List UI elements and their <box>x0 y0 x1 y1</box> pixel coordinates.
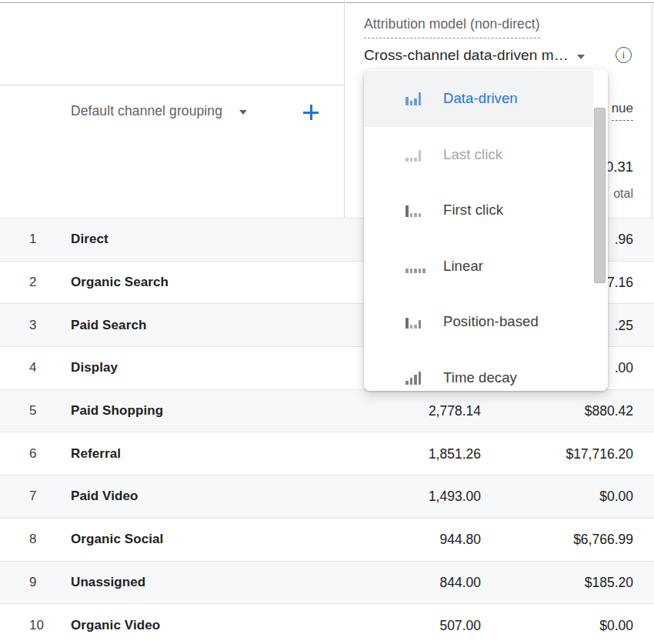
conversions-value: 844.00 <box>439 574 481 590</box>
chevron-down-icon <box>239 110 247 115</box>
conversions-value: 507.00 <box>439 617 481 633</box>
row-number: 4 <box>29 360 36 375</box>
menu-item-label: Position-based <box>443 313 539 330</box>
revenue-total-value: 0.31 <box>606 158 633 175</box>
row-number: 8 <box>29 532 36 547</box>
table-row: 7 Paid Video 1,493.00 $0.00 <box>0 475 654 518</box>
dropdown-caret-icon <box>577 55 585 59</box>
row-number: 3 <box>29 318 36 333</box>
row-number: 6 <box>29 446 36 462</box>
menu-scrollbar-thumb[interactable] <box>594 108 606 283</box>
row-number: 2 <box>29 275 36 290</box>
menu-scrollbar-track <box>593 69 608 391</box>
attribution-model-value: Cross-channel data-driven m… <box>364 47 569 64</box>
conversions-value: 1,851.26 <box>429 445 481 462</box>
linear-bars-icon <box>405 259 425 273</box>
channel-name: Organic Social <box>71 532 163 547</box>
channel-name: Referral <box>71 446 121 462</box>
table-row: 9 Unassigned 844.00 $185.20 <box>0 561 654 604</box>
row-number: 7 <box>29 489 36 504</box>
revenue-percent-of-total: otal <box>613 187 633 201</box>
info-icon[interactable]: i <box>616 47 632 63</box>
revenue-column-header[interactable]: nue <box>612 101 633 121</box>
revenue-value: $880.42 <box>585 403 633 419</box>
top-divider <box>0 2 654 3</box>
attribution-model-menu: Data-driven Last click First click Linea… <box>364 69 608 391</box>
channel-name: Display <box>71 360 118 375</box>
menu-item-label: First click <box>443 202 503 219</box>
dimension-selector-label: Default channel grouping <box>71 103 222 119</box>
row-number: 5 <box>29 403 36 419</box>
revenue-value: $6,766.99 <box>573 532 633 548</box>
channel-name: Organic Search <box>71 275 169 290</box>
dimension-selector[interactable]: Default channel grouping <box>71 103 247 119</box>
ga4-attribution-comparison-screen: Default channel grouping Attribution mod… <box>0 0 654 644</box>
menu-item-data-driven[interactable]: Data-driven <box>364 71 608 127</box>
attribution-model-select[interactable]: Cross-channel data-driven m… <box>364 47 585 64</box>
revenue-value: $185.20 <box>585 574 633 590</box>
channel-name: Direct <box>71 232 108 247</box>
menu-item-label: Data-driven <box>443 90 518 107</box>
revenue-value: .25 <box>615 317 633 333</box>
revenue-value: $17,716.20 <box>566 445 633 462</box>
conversions-value: 944.80 <box>439 532 481 548</box>
channel-name: Paid Video <box>71 489 138 504</box>
channel-name: Paid Search <box>71 318 146 333</box>
table-row: 10 Organic Video 507.00 $0.00 <box>0 603 654 644</box>
channel-name: Paid Shopping <box>71 403 163 419</box>
attribution-model-label: Attribution model (non-direct) <box>364 16 540 38</box>
row-number: 1 <box>29 232 36 247</box>
channel-name: Unassigned <box>71 575 145 590</box>
channel-name: Organic Video <box>71 618 160 633</box>
first-click-bars-icon <box>405 203 425 217</box>
last-click-bars-icon <box>405 148 425 162</box>
menu-item-label: Linear <box>443 258 483 275</box>
table-row: 6 Referral 1,851.26 $17,716.20 <box>0 432 654 475</box>
data-driven-bars-icon <box>405 92 425 105</box>
revenue-value: .00 <box>615 360 633 376</box>
table-row: 5 Paid Shopping 2,778.14 $880.42 <box>0 389 654 432</box>
header-divider <box>0 85 344 85</box>
revenue-value: 7.16 <box>607 275 633 291</box>
menu-item-time-decay[interactable]: Time decay <box>364 350 608 392</box>
revenue-value: .96 <box>615 232 633 248</box>
conversions-value: 2,778.14 <box>429 403 481 419</box>
menu-item-last-click: Last click <box>364 127 608 183</box>
row-number: 10 <box>29 618 44 633</box>
time-decay-bars-icon <box>405 371 425 385</box>
revenue-value: $0.00 <box>599 617 633 633</box>
menu-item-position-based[interactable]: Position-based <box>364 294 608 350</box>
menu-item-label: Last click <box>443 146 502 163</box>
conversions-value: 1,493.00 <box>429 489 481 505</box>
menu-item-first-click[interactable]: First click <box>364 182 608 239</box>
position-based-bars-icon <box>405 315 425 329</box>
table-row: 8 Organic Social 944.80 $6,766.99 <box>0 518 654 561</box>
revenue-value: $0.00 <box>599 489 633 505</box>
add-dimension-button[interactable] <box>303 105 319 120</box>
menu-item-linear[interactable]: Linear <box>364 239 608 295</box>
menu-item-label: Time decay <box>443 369 517 386</box>
row-number: 9 <box>29 575 36 590</box>
